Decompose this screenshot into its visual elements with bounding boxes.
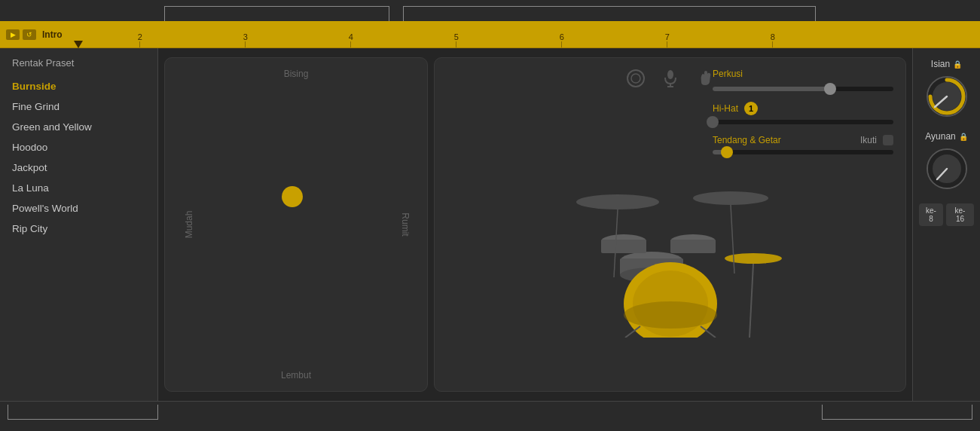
- hand-icon[interactable]: [695, 69, 715, 93]
- ayunan-lock-icon: 🔒: [959, 133, 968, 141]
- knob-buttons: ke-8 ke-16: [919, 203, 974, 226]
- ke8-button[interactable]: ke-8: [919, 203, 943, 226]
- ruler-marker-4: 4: [349, 32, 353, 47]
- hihat-label: Hi-Hat: [713, 103, 738, 114]
- perkusi-thumb[interactable]: [824, 83, 836, 95]
- sidebar-item-fine-grind[interactable]: Fine Grind: [0, 96, 157, 117]
- sidebar-title: Rentak Praset: [0, 57, 157, 76]
- svg-point-17: [624, 301, 717, 329]
- ikuti-row: Ikuti: [860, 135, 893, 145]
- tendang-slider[interactable]: [713, 150, 893, 154]
- hihat-label-row: Hi-Hat 1: [713, 102, 893, 115]
- ayunan-label: Ayunan: [925, 131, 955, 142]
- bracket-bottom-right: [822, 405, 972, 420]
- hihat-slider[interactable]: [713, 120, 893, 124]
- isian-knob[interactable]: [924, 74, 969, 119]
- play-icon[interactable]: ▶: [6, 29, 20, 40]
- tendang-row: Tendang & Getar Ikuti: [713, 135, 893, 145]
- ikuti-label: Ikuti: [860, 135, 877, 145]
- perkusi-fill: [713, 87, 830, 91]
- xy-label-right: Rumit: [399, 212, 410, 236]
- isian-lock-icon: 🔒: [953, 60, 962, 69]
- ayunan-label-row: Ayunan 🔒: [925, 131, 967, 142]
- svg-point-0: [627, 70, 644, 87]
- xy-label-top: Bising: [284, 69, 309, 79]
- ruler: ▶ ↺ Intro 2 3 4 5 6 7 8: [0, 21, 980, 48]
- bottom-bracket-row: [0, 401, 980, 431]
- ruler-label: Intro: [42, 29, 63, 40]
- xy-dot[interactable]: [282, 186, 303, 207]
- mic-icon[interactable]: [661, 69, 680, 93]
- perkusi-slider[interactable]: [713, 87, 893, 91]
- ke16-button[interactable]: ke-16: [946, 203, 974, 226]
- right-panel: Isian 🔒 Ayunan 🔒: [912, 48, 980, 401]
- hihat-section: Hi-Hat 1: [713, 102, 893, 124]
- svg-point-1: [631, 74, 640, 83]
- svg-rect-12: [601, 240, 646, 253]
- sidebar-item-hoodoo[interactable]: Hoodoo: [0, 137, 157, 157]
- tendang-label: Tendang & Getar: [713, 135, 781, 145]
- drum-controls: Perkusi Hi-Hat 1: [713, 69, 893, 381]
- bracket-row-top: [0, 0, 980, 21]
- loop-icon[interactable]: ↺: [23, 29, 36, 40]
- tendang-thumb[interactable]: [721, 146, 733, 158]
- hihat-badge: 1: [744, 102, 758, 115]
- ruler-marker-8: 8: [771, 32, 775, 47]
- ayunan-section: Ayunan 🔒: [924, 131, 969, 191]
- ruler-marker-5: 5: [454, 32, 459, 47]
- ruler-marker-2: 2: [138, 32, 142, 47]
- perkusi-label: Perkusi: [713, 69, 893, 79]
- ruler-ticks: 2 3 4 5 6 7 8: [78, 21, 974, 47]
- svg-point-2: [667, 70, 673, 79]
- hihat-thumb[interactable]: [707, 116, 719, 128]
- top-ruler-area: ▶ ↺ Intro 2 3 4 5 6 7 8: [0, 0, 980, 48]
- bracket-right: [403, 6, 816, 21]
- perkusi-section: Perkusi: [713, 69, 893, 91]
- drum-area: Perkusi Hi-Hat 1: [434, 57, 906, 392]
- xy-label-left: Mudah: [184, 211, 194, 239]
- ruler-marker-3: 3: [243, 32, 248, 47]
- sidebar-item-jackpot[interactable]: Jackpot: [0, 157, 157, 178]
- svg-point-5: [576, 194, 659, 209]
- svg-rect-14: [670, 240, 716, 253]
- main-content: Rentak Praset Burnside Fine Grind Green …: [0, 48, 980, 401]
- bracket-bottom-left: [8, 405, 158, 420]
- sidebar-item-burnside[interactable]: Burnside: [0, 76, 157, 96]
- bracket-left: [164, 6, 389, 21]
- sidebar: Rentak Praset Burnside Fine Grind Green …: [0, 48, 158, 401]
- ruler-icons: ▶ ↺: [6, 29, 36, 40]
- xy-label-bottom: Lembut: [281, 370, 311, 381]
- xy-pad[interactable]: Bising Lembut Mudah Rumit: [164, 57, 428, 392]
- isian-label-row: Isian 🔒: [931, 59, 962, 69]
- ruler-marker-6: 6: [560, 32, 564, 47]
- sidebar-item-powells-world[interactable]: Powell's World: [0, 198, 157, 219]
- ayunan-knob[interactable]: [924, 146, 969, 191]
- center-area: Bising Lembut Mudah Rumit: [158, 48, 912, 401]
- isian-label: Isian: [931, 59, 950, 69]
- tendang-section: Tendang & Getar Ikuti: [713, 135, 893, 154]
- sidebar-item-green-and-yellow[interactable]: Green and Yellow: [0, 117, 157, 137]
- ruler-marker-7: 7: [665, 32, 670, 47]
- shaker-icon[interactable]: [626, 69, 646, 93]
- isian-section: Isian 🔒: [924, 59, 969, 119]
- sidebar-item-la-luna[interactable]: La Luna: [0, 178, 157, 198]
- sidebar-item-rip-city[interactable]: Rip City: [0, 219, 157, 239]
- ikuti-checkbox[interactable]: [883, 135, 893, 145]
